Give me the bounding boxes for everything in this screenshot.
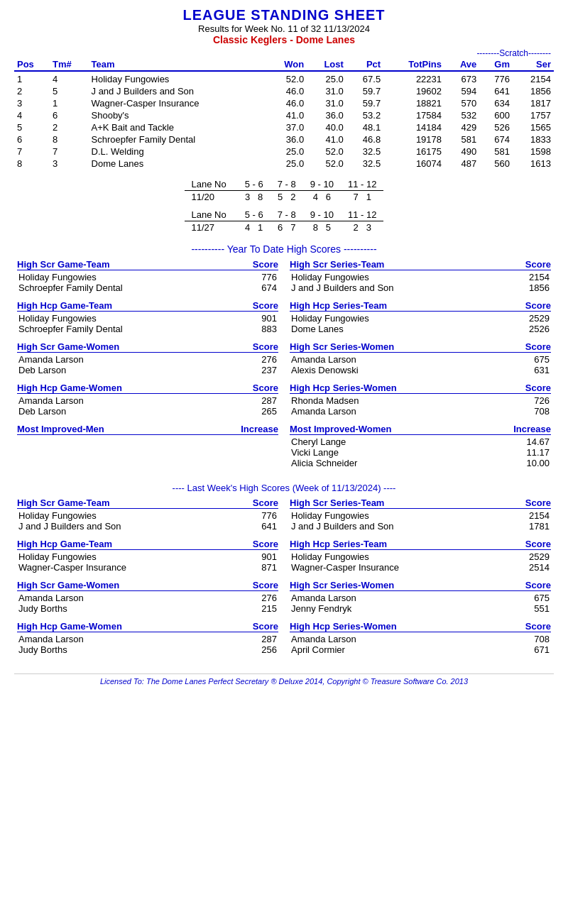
ytd-right-col: High Scr Series-TeamScoreHoliday Fungowi… [284,259,554,475]
score-value: 2154 [521,510,550,521]
score-cat-header: High Hcp Series-WomenScore [290,621,551,632]
score-cat-col-label: Score [525,539,551,549]
score-row: Rhonda Madsen726 [290,395,551,406]
score-cat-title: High Scr Game-Team [17,259,110,270]
table-row: 31Wagner-Casper Insurance46.031.059.7188… [14,97,554,109]
lane-56-val-2: 4 1 [238,221,271,234]
score-cat-title: High Scr Game-Team [17,497,110,508]
score-cat-title: High Scr Series-Women [290,580,394,590]
score-row: Judy Borths256 [17,644,278,655]
score-value: 641 [248,521,277,532]
score-cat-col-label: Increase [241,424,278,434]
score-cat-header: High Hcp Series-TeamScore [290,539,551,550]
score-row: Holiday Fungowies2154 [290,272,551,282]
score-row: Alexis Denowski631 [290,365,551,375]
score-value: 1856 [521,282,550,293]
score-cat-title: High Scr Series-Team [290,497,384,508]
score-name: Amanda Larson [291,634,521,644]
score-value: 2514 [521,562,550,573]
score-cat-title: High Hcp Series-Team [290,300,387,311]
lane-week-2: 11/27 [185,221,238,234]
lane-table-1: Lane No 5 - 6 7 - 8 9 - 10 11 - 12 11/20… [185,178,384,203]
score-row: Cheryl Lange14.67 [290,436,551,447]
score-name: Holiday Fungowies [291,551,521,562]
lane-78-2: 7 - 8 [271,209,303,221]
footer: Licensed To: The Dome Lanes Perfect Secr… [14,673,554,686]
score-name: Wagner-Casper Insurance [291,562,521,573]
lane-week-1: 11/20 [185,191,238,204]
table-row: 52A+K Bait and Tackle37.040.048.11418442… [14,121,554,133]
score-name: Holiday Fungowies [291,313,521,324]
table-row: 46Shooby's41.036.053.2175845326001757 [14,109,554,121]
table-row: 14Holiday Fungowies52.025.067.5222316737… [14,71,554,85]
lane-header-row-2: Lane No 5 - 6 7 - 8 9 - 10 11 - 12 [185,209,384,221]
lane-1112-val-2: 2 3 [341,221,383,234]
score-value: 215 [248,603,277,614]
score-category: High Hcp Game-WomenScoreAmanda Larson287… [17,383,278,417]
score-cat-title: High Scr Series-Team [290,259,384,270]
table-row: 77D.L. Welding25.052.032.516175490581159… [14,145,554,158]
score-category: High Hcp Game-TeamScoreHoliday Fungowies… [17,539,278,573]
lane-910-val-1: 4 6 [303,191,341,204]
score-category: Most Improved-WomenIncreaseCheryl Lange1… [290,424,551,468]
score-row: Holiday Fungowies901 [17,551,278,562]
score-value: 276 [248,354,277,365]
score-value: 901 [248,313,277,324]
col-pos: Pos [14,58,50,71]
score-cat-title: High Hcp Game-Women [17,383,122,393]
col-pct: Pct [346,58,383,71]
score-value: 726 [521,395,550,406]
score-cat-title: High Hcp Series-Women [290,621,397,632]
score-value: 287 [248,634,277,644]
score-cat-header: High Hcp Game-WomenScore [17,383,278,394]
score-name: Deb Larson [18,365,248,375]
score-name: Amanda Larson [18,593,248,603]
score-category: High Hcp Series-WomenScoreRhonda Madsen7… [290,383,551,417]
score-value: 883 [248,324,277,334]
score-category: High Scr Series-WomenScoreAmanda Larson6… [290,580,551,614]
scratch-label: --------Scratch-------- [14,48,551,58]
table-row: 25J and J Builders and Son46.031.059.719… [14,85,554,97]
lane-values-row-2: 11/27 4 1 6 7 8 5 2 3 [185,221,384,234]
ytd-header: ---------- Year To Date High Scores ----… [14,243,554,255]
score-row: Amanda Larson287 [17,634,278,644]
lane-78-1: 7 - 8 [271,178,303,191]
score-cat-col-label: Score [525,621,551,632]
score-row: Schroepfer Family Dental883 [17,324,278,334]
score-value: 14.67 [521,436,550,447]
score-name: Cheryl Lange [291,436,521,447]
score-row: Holiday Fungowies2154 [290,510,551,521]
score-row: J and J Builders and Son1781 [290,521,551,532]
score-row: Vicki Lange11.17 [290,447,551,458]
col-ave: Ave [444,58,479,71]
last-week-right-col: High Scr Series-TeamScoreHoliday Fungowi… [284,497,554,662]
score-row: Alicia Schneider10.00 [290,458,551,468]
score-cat-title: High Hcp Game-Women [17,621,122,632]
score-cat-col-label: Score [253,497,278,508]
score-category: High Scr Series-TeamScoreHoliday Fungowi… [290,259,551,293]
col-ser: Ser [513,58,554,71]
score-row: Amanda Larson675 [290,354,551,365]
score-cat-title: Most Improved-Women [290,424,392,434]
score-cat-col-label: Increase [513,424,551,434]
score-value: 10.00 [521,458,550,468]
standings-header-row: Pos Tm# Team Won Lost Pct TotPins Ave Gm… [14,58,554,71]
col-team: Team [89,58,267,71]
lane-78-val-2: 6 7 [271,221,303,234]
score-name: Deb Larson [18,406,248,417]
score-row: Amanda Larson276 [17,354,278,365]
standings-body: 14Holiday Fungowies52.025.067.5222316737… [14,71,554,170]
score-category: High Scr Game-WomenScoreAmanda Larson276… [17,341,278,375]
score-value: 671 [521,644,550,655]
score-value: 2154 [521,272,550,282]
lane-56-val-1: 3 8 [238,191,271,204]
ytd-left-col: High Scr Game-TeamScoreHoliday Fungowies… [14,259,284,475]
score-row: J and J Builders and Son1856 [290,282,551,293]
score-row: Amanda Larson708 [290,406,551,417]
score-value: 776 [248,510,277,521]
score-row: Schroepfer Family Dental674 [17,282,278,293]
score-cat-header: Most Improved-WomenIncrease [290,424,551,435]
score-cat-col-label: Score [253,580,278,590]
lane-no-label-1: Lane No [185,178,238,191]
score-cat-col-label: Score [253,300,278,311]
